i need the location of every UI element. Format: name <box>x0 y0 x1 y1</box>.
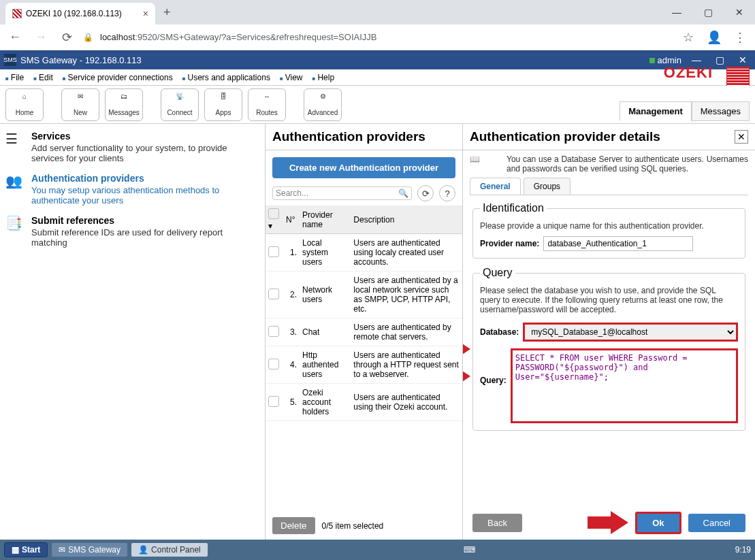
table-row[interactable]: 1.Local system usersUsers are authentica… <box>266 234 462 271</box>
menu-service-provider[interactable]: ■Service provider connections <box>63 73 173 82</box>
sidebar-item-auth-providers[interactable]: 👥 Authentication providersYou may setup … <box>5 173 259 205</box>
tab-close-icon[interactable]: × <box>143 8 148 19</box>
keyboard-icon[interactable]: ⌨ <box>464 545 475 555</box>
toolbar: ⌂Home ✉New 🗂Messages 📡Connect 🗄Apps ↔Rou… <box>0 86 755 124</box>
annotation-arrow-icon <box>463 337 470 361</box>
menu-help[interactable]: ■Help <box>312 73 335 82</box>
tab-groups[interactable]: Groups <box>524 178 571 195</box>
row-checkbox[interactable] <box>268 326 279 337</box>
tab-title: OZEKI 10 (192.168.0.113) <box>26 9 122 18</box>
browser-tab[interactable]: OZEKI 10 (192.168.0.113) × <box>5 3 155 24</box>
row-checkbox[interactable] <box>268 246 279 257</box>
url-input[interactable]: localhost:9520/SMS+Gateway/?a=Services&r… <box>100 32 672 42</box>
reload-icon[interactable]: ⟳ <box>57 30 76 45</box>
table-row[interactable]: 4.Http authented usersUsers are authenti… <box>266 346 462 384</box>
providers-header: Authentication providers <box>266 124 462 150</box>
grid-icon: ▦ <box>12 545 19 555</box>
window-controls: — ▢ ✕ <box>661 0 755 24</box>
menu-edit[interactable]: ■Edit <box>33 73 53 82</box>
sidebar-item-services[interactable]: ☰ ServicesAdd server functionality to yo… <box>5 131 259 163</box>
back-button[interactable]: Back <box>472 514 522 532</box>
maximize-icon[interactable]: ▢ <box>692 0 724 24</box>
apps-button[interactable]: 🗄Apps <box>204 88 242 121</box>
providers-table: ▾ N° Provider name Description 1.Local s… <box>266 205 462 512</box>
users-icon: 👥 <box>5 173 25 205</box>
svg-marker-1 <box>463 365 470 388</box>
sidebar-item-submit-refs[interactable]: 📑 Submit referencesSubmit reference IDs … <box>5 215 259 248</box>
help-icon[interactable]: ? <box>439 185 455 201</box>
taskbar: ▦Start ✉SMS Gateway 👤Control Panel ⌨ 9:1… <box>0 540 755 560</box>
app-maximize-icon[interactable]: ▢ <box>711 54 728 65</box>
cancel-button[interactable]: Cancel <box>688 514 745 532</box>
taskbar-control-panel[interactable]: 👤Control Panel <box>131 543 208 557</box>
browser-address-bar: ← → ⟳ 🔒 localhost:9520/SMS+Gateway/?a=Se… <box>0 24 755 50</box>
table-row[interactable]: 2.Network usersUsers are authenticated b… <box>266 271 462 318</box>
sidebar: ☰ ServicesAdd server functionality to yo… <box>0 124 266 540</box>
advanced-button[interactable]: ⚙Advanced <box>304 88 342 121</box>
main-area: ☰ ServicesAdd server functionality to yo… <box>0 124 755 540</box>
browser-titlebar: OZEKI 10 (192.168.0.113) × + — ▢ ✕ <box>0 0 755 24</box>
connect-button[interactable]: 📡Connect <box>161 88 199 121</box>
new-tab-icon[interactable]: + <box>163 5 171 20</box>
database-icon: 📖 <box>470 154 500 174</box>
refs-icon: 📑 <box>5 215 25 248</box>
tab-general[interactable]: General <box>470 178 521 195</box>
app-close-icon[interactable]: ✕ <box>735 54 751 65</box>
tab-messages[interactable]: Messages <box>692 101 750 121</box>
svg-marker-2 <box>588 511 628 534</box>
messages-button[interactable]: 🗂Messages <box>105 88 143 121</box>
search-icon[interactable]: 🔍 <box>398 188 408 198</box>
query-fieldset: Query Please select the database you wis… <box>472 267 745 431</box>
create-provider-button[interactable]: Create new Authentication provider <box>272 157 455 178</box>
delete-button[interactable]: Delete <box>272 517 315 534</box>
app-title: SMS Gateway - 192.168.0.113 <box>20 55 142 65</box>
providers-panel: Authentication providers Create new Auth… <box>266 124 463 540</box>
profile-icon[interactable]: 👤 <box>705 30 724 45</box>
lock-icon[interactable]: 🔒 <box>83 33 93 42</box>
details-close-icon[interactable]: ✕ <box>735 130 748 144</box>
menu-view[interactable]: ■View <box>280 73 303 82</box>
identification-fieldset: Identification Please provide a unique n… <box>472 202 745 259</box>
details-panel: Authentication provider details ✕ 📖 You … <box>463 124 755 540</box>
start-button[interactable]: ▦Start <box>4 542 48 557</box>
table-row[interactable]: 5.Ozeki account holdersUsers are authent… <box>266 384 462 421</box>
ok-button[interactable]: Ok <box>635 512 681 534</box>
home-button[interactable]: ⌂Home <box>5 88 44 121</box>
star-icon[interactable]: ☆ <box>679 30 698 45</box>
annotation-arrow-icon <box>588 511 628 534</box>
menubar: ■File ■Edit ■Service provider connection… <box>0 69 755 86</box>
query-textarea[interactable]: SELECT * FROM user WHERE Password = PASS… <box>511 348 738 423</box>
taskbar-sms-gateway[interactable]: ✉SMS Gateway <box>52 543 127 557</box>
row-checkbox[interactable] <box>268 359 279 369</box>
row-checkbox[interactable] <box>268 396 279 407</box>
forward-icon[interactable]: → <box>31 30 50 44</box>
close-icon[interactable]: ✕ <box>724 0 755 24</box>
menu-file[interactable]: ■File <box>5 73 24 82</box>
app-icon: SMS <box>4 54 16 66</box>
database-select[interactable]: mySQL_Database_1@localhost <box>523 323 738 342</box>
annotation-arrow-icon <box>463 365 470 388</box>
services-icon: ☰ <box>5 131 25 163</box>
row-checkbox[interactable] <box>268 289 279 299</box>
provider-name-input[interactable] <box>543 236 693 251</box>
new-button[interactable]: ✉New <box>61 88 99 121</box>
favicon <box>12 9 22 18</box>
search-input[interactable]: Search... 🔍 <box>272 186 412 200</box>
selection-count: 0/5 item selected <box>322 521 384 531</box>
menu-users-apps[interactable]: ■Users and applications <box>182 73 270 82</box>
app-titlebar: SMS SMS Gateway - 192.168.0.113 admin — … <box>0 50 755 69</box>
menu-icon[interactable]: ⋮ <box>730 30 750 45</box>
minimize-icon[interactable]: — <box>661 0 692 24</box>
details-header: Authentication provider details <box>470 129 735 144</box>
svg-marker-0 <box>463 337 470 361</box>
table-row[interactable]: 3.ChatUsers are authenticated by remote … <box>266 318 462 346</box>
clock: 9:19 <box>735 545 751 555</box>
main-tabs: Management Messages <box>620 101 750 121</box>
logo-grid-icon <box>726 67 750 88</box>
back-icon[interactable]: ← <box>5 30 25 44</box>
routes-button[interactable]: ↔Routes <box>248 88 286 121</box>
refresh-icon[interactable]: ⟳ <box>417 185 434 201</box>
tab-management[interactable]: Management <box>620 101 691 121</box>
select-all-checkbox[interactable] <box>268 208 279 219</box>
